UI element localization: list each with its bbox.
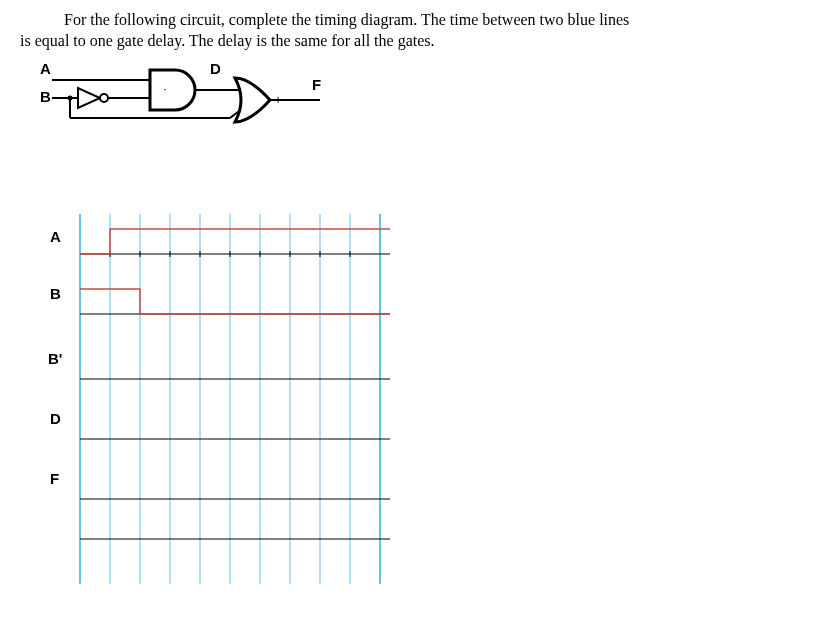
timing-diagram: A B B' D F <box>40 214 812 588</box>
timing-label-Bprime: B' <box>48 350 62 367</box>
label-F: F <box>312 76 321 93</box>
timing-label-A: A <box>50 228 61 245</box>
and-gate-dot: · <box>163 82 166 96</box>
and-gate-icon <box>150 70 195 110</box>
label-A: A <box>40 60 51 77</box>
waveform-B <box>80 289 390 314</box>
timing-label-D: D <box>50 410 61 427</box>
or-gate-icon <box>235 78 270 122</box>
circuit-svg: A B · D + F <box>30 60 350 150</box>
not-gate-icon <box>78 88 100 108</box>
grid-lines <box>80 214 380 584</box>
timing-svg: A B B' D F <box>40 214 420 584</box>
timing-label-B: B <box>50 285 61 302</box>
label-D: D <box>210 60 221 77</box>
circuit-diagram: A B · D + F <box>30 60 812 154</box>
waveform-A <box>80 229 390 254</box>
problem-instruction: For the following circuit, complete the … <box>20 10 812 52</box>
label-B: B <box>40 88 51 105</box>
timing-label-F: F <box>50 470 59 487</box>
instruction-line2: is equal to one gate delay. The delay is… <box>20 32 435 49</box>
instruction-line1: For the following circuit, complete the … <box>64 11 629 28</box>
svg-point-5 <box>100 94 108 102</box>
